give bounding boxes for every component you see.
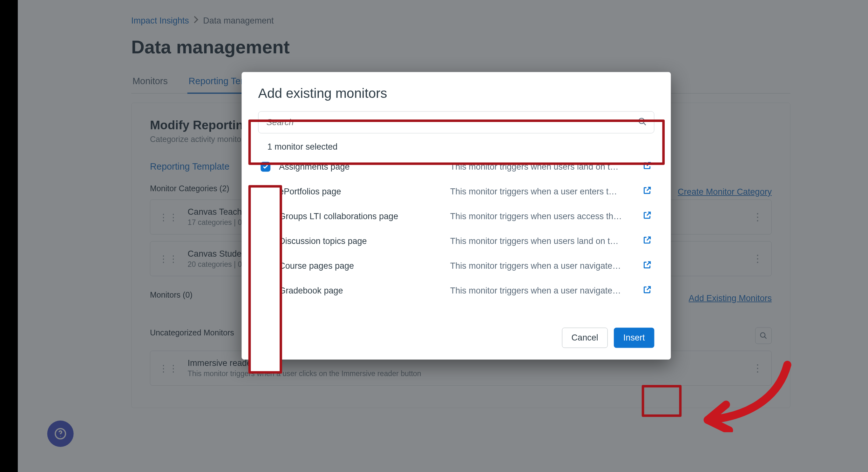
monitor-row[interactable]: Groups LTI collaborations pageThis monit…: [258, 204, 654, 229]
add-existing-monitors-modal: Add existing monitors 1 monitor selected…: [242, 72, 671, 359]
monitor-description: This monitor triggers when users access …: [450, 211, 629, 221]
monitor-list: Assignments pageThis monitor triggers wh…: [258, 154, 654, 303]
external-link-icon[interactable]: [643, 161, 652, 172]
external-link-icon[interactable]: [643, 186, 652, 197]
monitor-name: ePortfolios page: [279, 186, 441, 196]
monitor-name: Groups LTI collaborations page: [279, 211, 441, 221]
external-link-icon[interactable]: [643, 260, 652, 272]
monitor-description: This monitor triggers when users land on…: [450, 236, 629, 246]
selected-count: 1 monitor selected: [268, 142, 654, 152]
monitor-row[interactable]: Gradebook pageThis monitor triggers when…: [258, 278, 654, 303]
monitor-description: This monitor triggers when users land on…: [450, 162, 629, 171]
monitor-checkbox[interactable]: [260, 261, 270, 271]
search-icon: [638, 117, 647, 128]
cancel-button[interactable]: Cancel: [562, 328, 608, 348]
modal-title: Add existing monitors: [258, 86, 654, 101]
monitor-row[interactable]: ePortfolios pageThis monitor triggers wh…: [258, 179, 654, 204]
external-link-icon[interactable]: [643, 235, 652, 247]
monitor-checkbox[interactable]: [260, 186, 270, 196]
monitor-name: Course pages page: [279, 261, 441, 271]
monitor-description: This monitor triggers when a user enters…: [450, 186, 629, 196]
external-link-icon[interactable]: [643, 211, 652, 222]
svg-point-3: [639, 118, 644, 124]
monitor-checkbox[interactable]: [260, 286, 270, 296]
search-input[interactable]: [258, 111, 654, 133]
monitor-row[interactable]: Course pages pageThis monitor triggers w…: [258, 253, 654, 278]
monitor-description: This monitor triggers when a user naviga…: [450, 286, 629, 296]
monitor-checkbox[interactable]: [260, 162, 270, 171]
monitor-name: Assignments page: [279, 162, 441, 171]
monitor-row[interactable]: Assignments pageThis monitor triggers wh…: [258, 154, 654, 179]
monitor-description: This monitor triggers when a user naviga…: [450, 261, 629, 271]
monitor-row[interactable]: Discussion topics pageThis monitor trigg…: [258, 229, 654, 253]
monitor-name: Discussion topics page: [279, 236, 441, 246]
monitor-checkbox[interactable]: [260, 211, 270, 221]
external-link-icon[interactable]: [643, 285, 652, 296]
insert-button[interactable]: Insert: [614, 328, 654, 348]
monitor-name: Gradebook page: [279, 286, 441, 296]
monitor-checkbox[interactable]: [260, 236, 270, 246]
search-wrapper: [258, 111, 654, 133]
